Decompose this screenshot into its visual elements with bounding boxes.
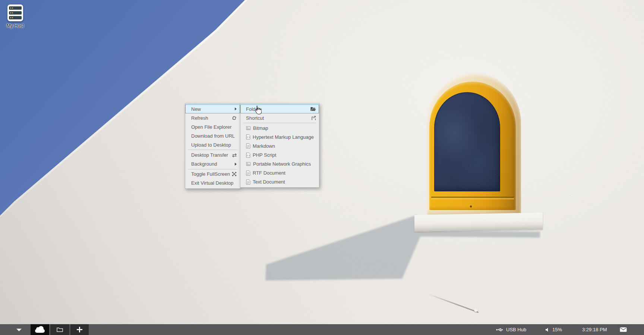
clock-time: 3:29:18 PM	[582, 327, 607, 332]
submenu-item-markdown[interactable]: Markdown	[240, 141, 319, 150]
code-file-icon	[246, 134, 250, 140]
menu-item-open-file-explorer[interactable]: Open File Explorer	[185, 122, 240, 131]
server-bar	[9, 6, 22, 10]
menu-item-background[interactable]: Background	[185, 160, 240, 169]
window-sill-groove-light	[431, 198, 514, 199]
text-file-icon	[246, 170, 250, 176]
menu-item-refresh[interactable]: Refresh	[185, 113, 240, 122]
clock[interactable]: 3:29:18 PM	[582, 324, 607, 335]
external-link-icon	[311, 116, 316, 120]
submenu-item-php-script[interactable]: PHP Script	[240, 150, 319, 159]
window-cast-shadow-wrap	[0, 0, 644, 335]
submenu-item-bitmap[interactable]: Bitmap	[240, 123, 319, 132]
refresh-icon	[232, 116, 237, 120]
menu-separator	[188, 150, 237, 150]
collapse-taskbar-icon[interactable]	[16, 329, 22, 331]
menu-item-download-from-url[interactable]: Download from URL	[185, 131, 240, 140]
virtual-desktop[interactable]: My Host New Refresh Open File Explorer D…	[0, 0, 644, 335]
text-file-icon	[246, 179, 250, 185]
volume-level: 15%	[552, 327, 562, 332]
submenu-item-png[interactable]: Portable Network Graphics	[240, 160, 319, 169]
desktop-context-menu: New Refresh Open File Explorer Download …	[185, 103, 240, 189]
cloud-connection-button[interactable]	[31, 324, 49, 335]
menu-separator	[188, 169, 237, 169]
mail-tray-item[interactable]	[620, 324, 627, 335]
menu-item-exit-virtual-desktop[interactable]: Exit Virtual Desktop	[185, 179, 240, 188]
window-cast-shadow	[0, 0, 644, 335]
pipe-stub	[474, 309, 478, 312]
submenu-item-shortcut[interactable]: Shortcut	[240, 113, 319, 122]
add-new-button[interactable]	[70, 324, 89, 335]
window-knob-dot	[470, 206, 472, 207]
server-bar	[9, 16, 22, 19]
submenu-arrow-icon	[235, 163, 237, 166]
image-file-icon	[246, 162, 251, 166]
mail-icon	[620, 327, 627, 332]
submenu-arrow-icon	[235, 107, 237, 110]
transfer-arrows-icon: ⇄	[232, 152, 237, 158]
window-glass	[434, 92, 500, 191]
cloud-icon	[35, 329, 45, 333]
fullscreen-icon	[232, 172, 237, 176]
usb-hub-label: USB Hub	[506, 327, 526, 332]
menu-item-new[interactable]: New	[185, 104, 240, 113]
taskbar: USB Hub 15% 3:29:18 PM	[0, 324, 644, 335]
window-stone-ledge	[414, 213, 543, 232]
submenu-item-html[interactable]: Hypertext Markup Language	[240, 132, 319, 141]
server-bar	[9, 11, 22, 15]
usb-icon	[496, 328, 503, 332]
menu-item-upload-to-desktop[interactable]: Upload to Desktop	[185, 140, 240, 149]
usb-hub-tray-item[interactable]: USB Hub	[496, 324, 526, 335]
submenu-item-folder[interactable]: Folder	[240, 104, 319, 113]
new-submenu: Folder Shortcut Bitmap Hypertext Markup …	[240, 103, 319, 188]
desktop-icon-my-host[interactable]: My Host	[3, 4, 28, 28]
window-sill-groove	[431, 197, 514, 198]
volume-tray-item[interactable]: 15%	[545, 324, 562, 335]
plus-icon	[77, 327, 82, 332]
image-file-icon	[246, 126, 251, 131]
submenu-item-text-document[interactable]: Text Document	[240, 178, 319, 187]
server-icon	[7, 4, 23, 21]
desktop-icon-label: My Host	[3, 23, 28, 28]
menu-item-desktop-transfer[interactable]: Desktop Transfer ⇄	[185, 150, 240, 159]
open-folder-icon	[310, 107, 316, 111]
file-explorer-button[interactable]	[50, 324, 69, 335]
speaker-icon	[545, 328, 550, 332]
menu-item-toggle-fullscreen[interactable]: Toggle FullScreen	[185, 170, 240, 179]
code-file-icon	[246, 153, 250, 158]
menu-separator	[243, 123, 316, 123]
folder-icon	[57, 327, 63, 332]
submenu-item-rtf-document[interactable]: RTF Document	[240, 169, 319, 178]
text-file-icon	[246, 143, 250, 148]
